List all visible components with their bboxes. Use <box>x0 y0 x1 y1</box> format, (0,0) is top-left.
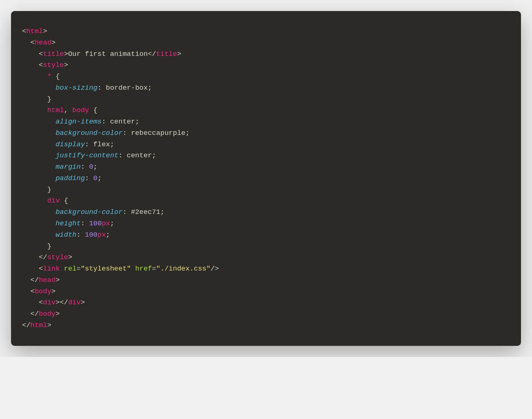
tag-body: body <box>35 287 51 296</box>
prop-height: height <box>55 219 80 228</box>
prop-box-sizing: box-sizing <box>55 84 97 92</box>
prop-background-color-2: background-color <box>55 208 122 216</box>
selector-html: html <box>47 106 64 114</box>
val-href: "./index.css" <box>156 265 211 273</box>
prop-background-color: background-color <box>55 129 122 137</box>
attr-rel: rel <box>64 265 76 273</box>
prop-align-items: align-items <box>55 118 101 126</box>
attr-href: href <box>135 265 152 273</box>
prop-margin: margin <box>55 163 80 171</box>
code-block: <html> <head> <title>Our first animation… <box>11 11 521 346</box>
prop-padding: padding <box>55 174 85 182</box>
tag-div: div <box>43 298 55 307</box>
prop-justify-content: justify-content <box>55 151 118 160</box>
selector-div: div <box>47 197 60 205</box>
title-text: Our first animation <box>68 50 148 58</box>
tag-head: head <box>35 39 51 47</box>
prop-width: width <box>55 231 76 239</box>
val-border-box: border-box <box>106 84 148 92</box>
tag-html: html <box>26 27 43 35</box>
selector-star: * <box>47 72 51 80</box>
val-rebeccapurple: rebeccapurple <box>131 129 185 137</box>
tag-style: style <box>43 61 64 69</box>
tag-link: link <box>43 265 60 273</box>
tag-title: title <box>43 50 64 58</box>
val-hex: #2eec71 <box>131 208 160 216</box>
val-rel: "stylesheet" <box>81 265 131 273</box>
prop-display: display <box>55 140 85 148</box>
selector-body: body <box>72 106 89 114</box>
